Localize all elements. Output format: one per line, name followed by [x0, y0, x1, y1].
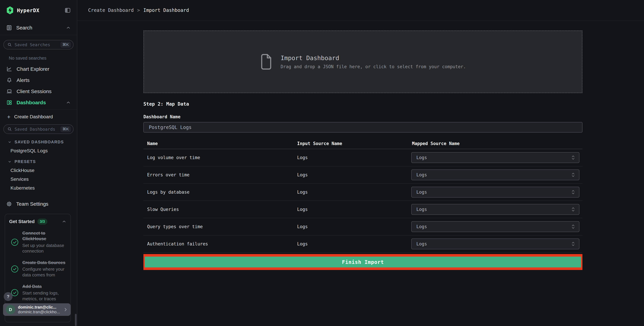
bell-icon	[6, 77, 12, 83]
table-row: Authentication failures Logs Logs	[144, 235, 582, 253]
plus-icon: +	[7, 114, 10, 120]
row-input-source: Logs	[296, 190, 411, 195]
row-input-source: Logs	[296, 172, 411, 177]
sidebar-item-chart-explorer[interactable]: Chart Explorer	[0, 64, 77, 75]
sidebar-item-dashboards[interactable]: Dashboards	[0, 97, 77, 108]
dropzone-title: Import Dashboard	[280, 55, 466, 62]
search-icon	[7, 127, 12, 132]
avatar: D	[6, 305, 15, 314]
help-button[interactable]: ?	[4, 292, 12, 301]
team-settings-label: Team Settings	[16, 201, 48, 207]
sidebar-item-label: Dashboards	[16, 100, 46, 105]
presets-header[interactable]: PRESETS	[8, 159, 77, 164]
mapped-source-select[interactable]: Logs	[411, 238, 580, 249]
row-input-source: Logs	[296, 241, 411, 246]
get-started-title: Get Started	[9, 219, 35, 224]
create-dashboard-button[interactable]: + Create Dashboard	[0, 114, 77, 120]
row-mapped-cell: Logs	[411, 238, 582, 249]
row-mapped-cell: Logs	[411, 169, 582, 180]
get-started-item[interactable]: Connect to ClickHouse Set up your databa…	[9, 230, 66, 254]
select-value: Logs	[416, 190, 427, 195]
table-row: Log volume over time Logs Logs	[144, 149, 582, 166]
collapse-sidebar-icon[interactable]	[64, 7, 71, 14]
sidebar-preset-services[interactable]: Services	[10, 177, 77, 182]
sidebar-item-client-sessions[interactable]: Client Sessions	[0, 86, 77, 97]
chevron-right-icon	[63, 307, 68, 312]
select-value: Logs	[416, 224, 427, 229]
sidebar-item-alerts[interactable]: Alerts	[0, 75, 77, 86]
check-circle-icon	[11, 238, 18, 246]
chevron-up-icon	[62, 219, 66, 224]
get-started-item[interactable]: Add Data Start sending logs, metrics, or…	[9, 284, 66, 302]
select-chevrons-icon	[571, 207, 575, 212]
file-dropzone[interactable]: Import Dashboard Drag and drop a JSON fi…	[144, 31, 582, 93]
dashboard-name-label: Dashboard Name	[144, 114, 582, 119]
mapped-source-select[interactable]: Logs	[411, 204, 580, 215]
get-started-item-description: Configure where your data comes from	[22, 266, 66, 278]
hyperdx-logo-icon	[6, 6, 14, 15]
gear-icon	[6, 201, 12, 207]
shortcut-badge: ⌘K	[60, 42, 71, 48]
row-input-source: Logs	[296, 155, 411, 160]
saved-dashboards-input[interactable]: ⌘K	[4, 124, 74, 134]
file-icon	[260, 54, 272, 70]
row-name: Query types over time	[144, 224, 296, 229]
divider	[0, 109, 77, 110]
breadcrumb-separator: >	[137, 8, 140, 13]
finish-import-button[interactable]: Finish Import	[145, 257, 581, 267]
column-header-input-source: Input Source Name	[296, 141, 411, 146]
get-started-header[interactable]: Get Started 3/3	[9, 218, 66, 225]
user-profile-chip[interactable]: D dominic.tran@clic... dominic.tran@clic…	[3, 303, 71, 316]
shortcut-badge: ⌘K	[60, 126, 71, 132]
get-started-item-title: Connect to ClickHouse	[22, 230, 46, 241]
check-circle-icon	[11, 265, 18, 273]
dropzone-text: Import Dashboard Drag and drop a JSON fi…	[280, 55, 466, 69]
saved-searches-input[interactable]: ⌘K	[4, 40, 74, 50]
sidebar-dashboard-postgresql-logs[interactable]: PostgreSQL Logs	[10, 148, 77, 154]
table-row: Slow Queries Logs Logs	[144, 201, 582, 218]
select-chevrons-icon	[571, 224, 575, 229]
sidebar-item-label: Client Sessions	[16, 89, 52, 94]
user-email: dominic.tran@clickho...	[18, 309, 61, 314]
sidebar-item-team-settings[interactable]: Team Settings	[0, 201, 77, 207]
mapped-source-select[interactable]: Logs	[411, 169, 580, 180]
select-chevrons-icon	[571, 155, 575, 160]
sidebar-preset-kubernetes[interactable]: Kubernetes	[10, 185, 77, 191]
search-icon	[7, 42, 12, 47]
search-section-icon	[6, 25, 12, 31]
no-saved-searches-text: No saved searches	[9, 56, 77, 61]
get-started-item[interactable]: Create Data Sources Configure where your…	[9, 260, 66, 278]
dashboard-grid-icon	[6, 100, 12, 106]
breadcrumb-current: Import Dashboard	[144, 8, 189, 13]
select-value: Logs	[416, 241, 427, 246]
sidebar-scrollbar-thumb[interactable]	[75, 314, 76, 326]
laptop-icon	[6, 88, 12, 95]
saved-searches-field[interactable]	[14, 42, 60, 47]
row-name: Authentication failures	[144, 241, 296, 246]
get-started-progress-badge: 3/3	[38, 218, 47, 225]
mapped-source-select[interactable]: Logs	[411, 187, 580, 198]
dropzone-description: Drag and drop a JSON file here, or click…	[280, 64, 466, 69]
presets-header-label: PRESETS	[14, 159, 36, 164]
dashboard-name-input[interactable]	[144, 122, 582, 133]
row-name: Errors over time	[144, 172, 296, 177]
row-input-source: Logs	[296, 207, 411, 212]
table-header-row: Name Input Source Name Mapped Source Nam…	[144, 138, 582, 149]
mapped-source-select[interactable]: Logs	[411, 221, 580, 232]
sidebar-section-search[interactable]: Search	[0, 21, 77, 35]
row-name: Logs by database	[144, 190, 296, 195]
sidebar: HyperDX Search	[0, 0, 77, 326]
sidebar-nav: Chart Explorer Alerts Client Sessions	[0, 64, 77, 110]
saved-dashboards-field[interactable]	[14, 127, 60, 132]
mapped-source-select[interactable]: Logs	[411, 152, 580, 163]
saved-dashboards-header[interactable]: SAVED DASHBOARDS	[8, 140, 77, 144]
row-mapped-cell: Logs	[411, 221, 582, 232]
column-header-mapped-source: Mapped Source Name	[411, 141, 582, 146]
import-dashboard-content: Import Dashboard Drag and drop a JSON fi…	[144, 31, 582, 270]
sidebar-preset-clickhouse[interactable]: ClickHouse	[10, 168, 77, 173]
get-started-item-title: Add Data	[22, 284, 42, 289]
logo-row: HyperDX	[0, 0, 77, 21]
table-row: Logs by database Logs Logs	[144, 184, 582, 201]
breadcrumb-parent[interactable]: Create Dashboard	[88, 8, 134, 13]
get-started-item-text: Connect to ClickHouse Set up your databa…	[22, 230, 66, 254]
